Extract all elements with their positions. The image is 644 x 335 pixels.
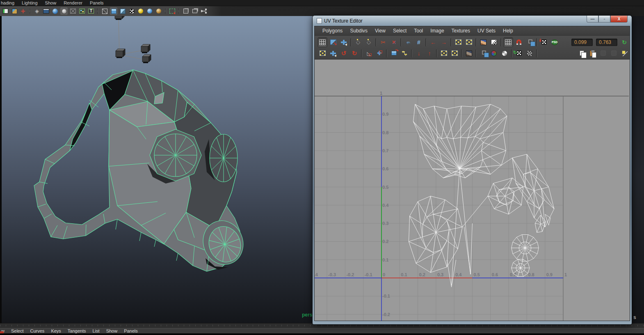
move-vertex-icon[interactable]	[375, 48, 384, 58]
randomize-icon[interactable]	[539, 37, 549, 47]
rotate-cw-icon[interactable]	[349, 48, 359, 58]
default-light-icon[interactable]	[137, 7, 145, 15]
menu-panels[interactable]: Panels	[88, 0, 110, 5]
update-psd-icon[interactable]	[550, 37, 560, 47]
uv-canvas[interactable]: -0.4-0.3-0.2-0.100.10.20.30.40.50.60.70.…	[315, 60, 630, 321]
uv-window-titlebar[interactable]: UV Texture Editor —▫X	[314, 16, 630, 26]
sew-uv-icon	[392, 39, 396, 45]
frame-layout-icon[interactable]	[191, 7, 199, 15]
uv-menu-textures[interactable]: Textures	[448, 28, 474, 34]
menu-show-2[interactable]: Show	[105, 328, 123, 333]
split-uv-icon[interactable]	[400, 48, 409, 58]
uv-menu-select[interactable]: Select	[389, 28, 410, 34]
menu-tangents[interactable]: Tangents	[66, 328, 91, 333]
uv-menu-uvsets[interactable]: UV Sets	[474, 28, 499, 34]
rotate-ccw-icon[interactable]	[339, 48, 349, 58]
snap-box-add-icon[interactable]	[464, 37, 474, 47]
share-view-icon[interactable]	[200, 7, 208, 15]
layout-grid-icon[interactable]	[414, 37, 424, 47]
menu-curves[interactable]: Curves	[29, 328, 50, 333]
uv-lattice-icon[interactable]	[328, 37, 338, 47]
menu-show[interactable]: Show	[43, 0, 62, 5]
checker-sphere-icon[interactable]	[128, 7, 136, 15]
u-coordinate-field[interactable]: 0.099	[571, 39, 593, 46]
refresh-icon[interactable]	[619, 37, 629, 47]
all-lights-icon[interactable]	[146, 7, 154, 15]
textured-light-icon[interactable]	[155, 7, 163, 15]
pixel-snap-icon[interactable]	[514, 37, 524, 47]
move-uv-shell-icon[interactable]	[339, 37, 349, 47]
menu-keys[interactable]: Keys	[50, 328, 66, 333]
texture-icon[interactable]	[87, 7, 95, 15]
ghost-tool2-icon[interactable]	[609, 48, 619, 58]
ghost-tool-icon[interactable]	[598, 48, 608, 58]
flip-triangle-icon[interactable]	[364, 48, 374, 58]
uv-menu-view[interactable]: View	[371, 28, 389, 34]
flip-v-icon[interactable]	[364, 37, 374, 47]
wireframe-circle-icon[interactable]	[60, 7, 68, 15]
uv-menu-image[interactable]: Image	[427, 28, 448, 34]
ghost-tool2-icon	[611, 50, 617, 56]
snap-box-icon[interactable]	[453, 37, 463, 47]
menu-renderer[interactable]: Renderer	[62, 0, 88, 5]
uv-menu-help[interactable]: Help	[499, 28, 517, 34]
menu-panels-2[interactable]: Panels	[123, 328, 143, 333]
isolate-icon[interactable]	[33, 7, 41, 15]
select-shell-icon[interactable]	[328, 48, 338, 58]
wire-cube-icon[interactable]	[100, 7, 109, 15]
checker-sphere-icon	[129, 9, 135, 14]
maximize-button[interactable]: ▫	[598, 16, 610, 23]
grid-small-icon[interactable]	[317, 48, 327, 58]
xray-icon[interactable]	[69, 7, 77, 15]
alpha-channel-icon[interactable]	[500, 48, 509, 58]
copy-icon[interactable]	[577, 48, 587, 58]
svg-text:0.2: 0.2	[382, 239, 388, 244]
grid-small-icon	[320, 50, 326, 56]
minimize-button[interactable]: —	[587, 16, 598, 23]
low-quality-icon[interactable]	[182, 7, 190, 15]
select-tool-icon[interactable]	[168, 7, 176, 15]
menu-select[interactable]: Select	[10, 328, 29, 333]
box-uv-icon[interactable]	[439, 48, 449, 58]
rgb-channel-icon[interactable]	[489, 48, 499, 58]
grid-display-icon[interactable]	[503, 37, 513, 47]
flip-u-icon[interactable]	[353, 37, 363, 47]
overlap-icon[interactable]	[478, 48, 488, 58]
paste-icon[interactable]	[587, 48, 597, 58]
move-zoom-icon[interactable]	[19, 7, 27, 15]
uv-menu-subdivs[interactable]: Subdivs	[346, 28, 371, 34]
display-grid-icon[interactable]	[317, 37, 327, 47]
snap-book-icon[interactable]	[1, 7, 9, 15]
sew-uv-icon[interactable]	[389, 37, 399, 47]
box-uv-minus-icon[interactable]	[450, 48, 459, 58]
align-left-icon[interactable]	[428, 37, 438, 47]
dim-checker-icon[interactable]	[525, 48, 534, 58]
menu-shading[interactable]: hading	[0, 0, 20, 5]
snap-point-icon[interactable]	[619, 48, 629, 58]
uv-menu-polygons[interactable]: Polygons	[319, 28, 346, 34]
cut-uv-icon[interactable]	[378, 37, 388, 47]
shaded-cube-icon[interactable]	[110, 7, 118, 15]
paint-wand-icon[interactable]	[10, 7, 18, 15]
shaded-sphere-icon[interactable]	[51, 7, 59, 15]
close-button[interactable]: X	[610, 16, 628, 23]
recycle-dice-icon[interactable]	[514, 48, 524, 58]
menu-lighting[interactable]: Lighting	[20, 0, 43, 5]
uv-texture-editor-window[interactable]: UV Texture Editor —▫X PolygonsSubdivsVie…	[313, 16, 632, 324]
uv-image-dim-icon[interactable]	[464, 48, 474, 58]
v-coordinate-field[interactable]: 0.763	[596, 39, 617, 46]
uv-menu-tool[interactable]: Tool	[410, 28, 427, 34]
cube-uv-icon[interactable]	[389, 48, 399, 58]
lights-icon[interactable]	[78, 7, 86, 15]
menu-list[interactable]: List	[91, 328, 105, 333]
align-up-icon[interactable]	[425, 48, 434, 58]
film-gate-icon[interactable]	[42, 7, 50, 15]
shade-uvs-icon[interactable]	[525, 37, 534, 47]
align-down-icon	[418, 50, 420, 57]
align-right-icon[interactable]	[439, 37, 449, 47]
uv-image-icon[interactable]	[478, 37, 488, 47]
unfold-icon[interactable]	[403, 37, 413, 47]
toggle-checker-icon[interactable]	[489, 37, 499, 47]
smooth-cube-icon[interactable]	[119, 7, 127, 15]
align-down-icon[interactable]	[414, 48, 424, 58]
